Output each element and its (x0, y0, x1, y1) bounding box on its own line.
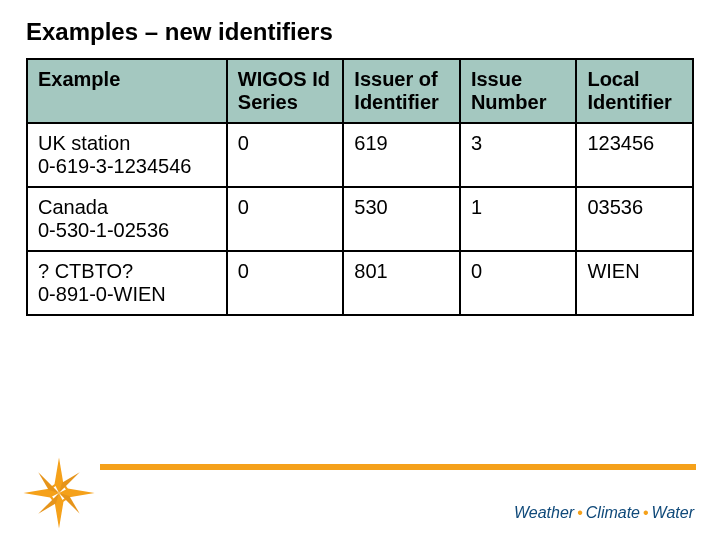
dot-icon: • (640, 504, 652, 521)
cell-wigos: 0 (227, 123, 344, 187)
cell-issuenum: 1 (460, 187, 577, 251)
col-wigos: WIGOS Id Series (227, 59, 344, 123)
col-issuenum: Issue Number (460, 59, 577, 123)
cell-issuenum: 3 (460, 123, 577, 187)
cell-issuer: 530 (343, 187, 460, 251)
col-local: Local Identifier (576, 59, 693, 123)
row-label: Canada 0-530-1-02536 (27, 187, 227, 251)
row-label: UK station 0-619-3-1234546 (27, 123, 227, 187)
table-row: Canada 0-530-1-02536 0 530 1 03536 (27, 187, 693, 251)
cell-wigos: 0 (227, 187, 344, 251)
table-header-row: Example WIGOS Id Series Issuer of Identi… (27, 59, 693, 123)
tagline-word: Water (652, 504, 694, 521)
accent-bar (100, 464, 696, 470)
cell-local: WIEN (576, 251, 693, 315)
tagline-word: Climate (586, 504, 640, 521)
cell-wigos: 0 (227, 251, 344, 315)
identifier-table: Example WIGOS Id Series Issuer of Identi… (26, 58, 694, 316)
row-label-line1: UK station (38, 132, 216, 155)
cell-local: 123456 (576, 123, 693, 187)
cell-issuenum: 0 (460, 251, 577, 315)
row-label: ? CTBTO? 0-891-0-WIEN (27, 251, 227, 315)
row-label-line1: ? CTBTO? (38, 260, 216, 283)
row-label-line2: 0-619-3-1234546 (38, 155, 216, 178)
footer: Weather•Climate•Water (0, 456, 720, 540)
row-label-line2: 0-530-1-02536 (38, 219, 216, 242)
tagline-word: Weather (514, 504, 574, 521)
slide: Examples – new identifiers Example WIGOS… (0, 0, 720, 540)
page-title: Examples – new identifiers (26, 18, 694, 46)
col-issuer: Issuer of Identifier (343, 59, 460, 123)
row-label-line1: Canada (38, 196, 216, 219)
table-row: ? CTBTO? 0-891-0-WIEN 0 801 0 WIEN (27, 251, 693, 315)
dot-icon: • (574, 504, 586, 521)
table-row: UK station 0-619-3-1234546 0 619 3 12345… (27, 123, 693, 187)
tagline: Weather•Climate•Water (514, 504, 694, 522)
cell-issuer: 801 (343, 251, 460, 315)
compass-icon (22, 456, 96, 530)
cell-local: 03536 (576, 187, 693, 251)
col-example: Example (27, 59, 227, 123)
row-label-line2: 0-891-0-WIEN (38, 283, 216, 306)
cell-issuer: 619 (343, 123, 460, 187)
